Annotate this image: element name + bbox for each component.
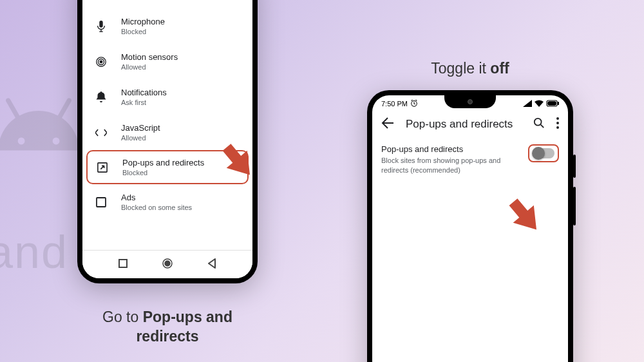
setting-notifications-sub: Ask first bbox=[121, 99, 167, 106]
svg-rect-9 bbox=[119, 260, 127, 267]
popup-toggle[interactable] bbox=[533, 148, 554, 158]
svg-point-18 bbox=[556, 122, 559, 124]
svg-point-11 bbox=[165, 261, 170, 266]
site-settings-list: Camera Ask first Microphone Blocked bbox=[82, 0, 252, 220]
setting-javascript-sub: Allowed bbox=[121, 134, 160, 142]
svg-point-16 bbox=[535, 119, 542, 126]
setting-popups-title: Pop-ups and redirects bbox=[122, 158, 204, 167]
setting-notifications[interactable]: Notifications Ask first bbox=[82, 79, 252, 115]
setting-ads-sub: Blocked on some sites bbox=[121, 204, 192, 211]
battery-icon bbox=[546, 100, 559, 108]
more-icon[interactable] bbox=[556, 117, 559, 131]
caption-right: Toggle it off bbox=[399, 59, 541, 79]
setting-motion[interactable]: Motion sensors Allowed bbox=[82, 44, 252, 79]
status-time: 7:50 PM bbox=[381, 100, 408, 108]
nav-back-icon[interactable] bbox=[207, 258, 216, 271]
phone-power-button bbox=[573, 187, 576, 225]
svg-rect-14 bbox=[558, 102, 559, 104]
nav-recent-icon[interactable] bbox=[118, 259, 128, 271]
app-bar-title: Pop-ups and redirects bbox=[406, 118, 522, 131]
setting-ads[interactable]: Ads Blocked on some sites bbox=[82, 184, 252, 220]
back-icon[interactable] bbox=[381, 117, 394, 131]
setting-popups-sub: Blocked bbox=[122, 169, 204, 176]
popup-redirect-setting[interactable]: Pop-ups and redirects Block sites from s… bbox=[381, 144, 559, 176]
search-icon[interactable] bbox=[533, 117, 545, 131]
svg-rect-8 bbox=[97, 198, 106, 207]
ads-icon bbox=[93, 197, 109, 207]
setting-motion-sub: Allowed bbox=[121, 63, 178, 71]
svg-rect-1 bbox=[99, 21, 102, 28]
setting-microphone-title: Microphone bbox=[121, 17, 165, 26]
popup-toggle-highlight bbox=[528, 144, 559, 162]
wifi-icon bbox=[535, 100, 544, 108]
setting-microphone-sub: Blocked bbox=[121, 28, 165, 35]
popup-setting-title: Pop-ups and redirects bbox=[381, 144, 522, 154]
phone-left-screen: Camera Ask first Microphone Blocked bbox=[82, 0, 252, 278]
phone-notch bbox=[444, 95, 496, 108]
microphone-icon bbox=[93, 21, 109, 32]
svg-rect-15 bbox=[548, 101, 556, 104]
svg-point-17 bbox=[556, 117, 559, 120]
signal-icon bbox=[523, 100, 532, 108]
toggle-thumb bbox=[532, 147, 545, 160]
setting-motion-title: Motion sensors bbox=[121, 52, 178, 62]
setting-javascript-title: JavaScript bbox=[121, 123, 160, 133]
javascript-icon bbox=[93, 128, 109, 137]
phone-volume-button bbox=[573, 155, 576, 178]
popup-setting-desc: Block sites from showing pop-ups and red… bbox=[381, 156, 522, 176]
app-bar: Pop-ups and redirects bbox=[372, 111, 568, 138]
setting-ads-title: Ads bbox=[121, 193, 192, 202]
caption-left: Go to Pop-ups and redirects bbox=[90, 308, 245, 347]
bell-icon bbox=[93, 91, 109, 103]
android-text-bg: and bbox=[0, 225, 68, 278]
popup-icon bbox=[94, 162, 111, 173]
android-nav-bar bbox=[82, 250, 252, 278]
svg-point-19 bbox=[556, 126, 559, 129]
alarm-icon bbox=[410, 99, 418, 108]
motion-icon bbox=[93, 56, 109, 68]
setting-camera[interactable]: Camera Ask first bbox=[82, 0, 252, 8]
nav-home-icon[interactable] bbox=[162, 258, 173, 272]
svg-point-4 bbox=[100, 61, 102, 63]
setting-notifications-title: Notifications bbox=[121, 88, 167, 97]
setting-microphone[interactable]: Microphone Blocked bbox=[82, 8, 252, 44]
